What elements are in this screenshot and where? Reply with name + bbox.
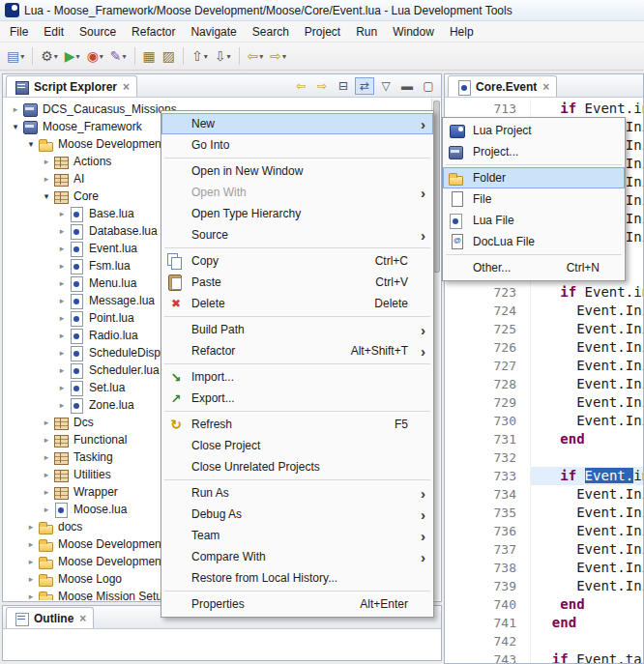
code-line-730[interactable]: 730 Event.IniGroupName = Event.IniDCSGro… (445, 412, 643, 430)
menu-item-export[interactable]: ↗Export... (161, 388, 433, 409)
menu-item-go-into[interactable]: Go Into (161, 134, 433, 156)
view-menu-button[interactable]: ▽ (376, 77, 395, 95)
tab-core-event[interactable]: Core.Event × (448, 75, 557, 97)
code-line-733[interactable]: 733 if Event.initiator then (445, 467, 643, 485)
code-line-713[interactable]: 713 if Event.initiator then (445, 100, 643, 118)
expand-arrow-icon[interactable]: ▸ (56, 244, 68, 253)
menu-file[interactable]: File (2, 22, 36, 42)
collapse-arrow-icon[interactable]: ▾ (25, 139, 37, 149)
expand-arrow-icon[interactable]: ▸ (56, 226, 68, 236)
link-with-editor-button[interactable]: ⇄ (355, 77, 374, 95)
expand-arrow-icon[interactable]: ▸ (41, 487, 52, 497)
back-button[interactable]: ⇦ (291, 77, 310, 95)
run-button[interactable]: ▶▾ (62, 44, 83, 68)
code-line-731[interactable]: 731 end (445, 430, 643, 448)
collapse-all-button[interactable]: ⊟ (334, 77, 353, 95)
expand-arrow-icon[interactable]: ▸ (56, 383, 68, 392)
menu-window[interactable]: Window (385, 22, 442, 42)
menu-item-close-unrelated-projects[interactable]: Close Unrelated Projects (161, 456, 433, 477)
expand-arrow-icon[interactable]: ▸ (41, 174, 52, 184)
menu-item-refresh[interactable]: ↻RefreshF5 (161, 414, 433, 435)
profile-button[interactable]: ◉▾ (84, 44, 106, 68)
back-button[interactable]: ⇦▾ (245, 44, 267, 68)
code-line-723[interactable]: 723 if Event.initiator then (445, 283, 643, 302)
expand-arrow-icon[interactable]: ▸ (56, 209, 68, 218)
menu-item-properties[interactable]: PropertiesAlt+Enter (161, 593, 433, 615)
code-line-732[interactable]: 732 (445, 448, 643, 467)
menu-item-other[interactable]: Other...Ctrl+N (443, 257, 625, 278)
tab-outline[interactable]: Outline × (6, 607, 94, 628)
menu-item-import[interactable]: ↘Import... (161, 366, 433, 388)
expand-arrow-icon[interactable]: ▸ (41, 157, 52, 166)
code-line-743[interactable]: 743 if Event.target then (445, 650, 643, 663)
code-line-734[interactable]: 734 Event.IniDCSUnit = Event.initiator (445, 485, 643, 504)
expand-arrow-icon[interactable]: ▸ (25, 539, 37, 549)
close-icon[interactable]: × (79, 612, 86, 625)
menu-item-source[interactable]: Source› (161, 224, 433, 245)
code-line-736[interactable]: 736 Event.IniUnitName = Event.IniDCSUnit… (445, 522, 643, 540)
expand-arrow-icon[interactable]: ▸ (41, 418, 52, 427)
scrollbar-thumb[interactable] (433, 101, 440, 273)
menu-item-open-type-hierarchy[interactable]: Open Type Hierarchy (161, 203, 433, 224)
code-line-737[interactable]: 737 Event.IniUnit = UNIT:FindByName( Eve… (445, 540, 643, 559)
expand-arrow-icon[interactable]: ▸ (56, 261, 68, 271)
code-line-741[interactable]: 741 end (445, 614, 643, 632)
expand-arrow-icon[interactable]: ▸ (56, 400, 68, 410)
menu-item-doclua-file[interactable]: DocLua File (443, 231, 625, 252)
expand-arrow-icon[interactable]: ▸ (41, 505, 52, 514)
open-task-button[interactable]: ✎▾ (107, 44, 130, 68)
code-line-724[interactable]: 724 Event.IniDCSUnit = Event.initiator (445, 302, 643, 320)
menu-item-new[interactable]: New› (161, 113, 433, 134)
code-line-742[interactable]: 742 (445, 632, 643, 650)
close-icon[interactable]: × (542, 80, 549, 94)
menu-edit[interactable]: Edit (36, 22, 72, 42)
menu-item-folder[interactable]: Folder (443, 167, 625, 188)
code-line-725[interactable]: 725 Event.IniDCSUnitName = Event.IniDCSU… (445, 320, 643, 338)
menu-item-lua-file[interactable]: Lua File (443, 210, 625, 231)
expand-arrow-icon[interactable]: ▸ (25, 574, 37, 584)
toggle-grid-button[interactable]: ▨ (160, 44, 178, 68)
collapse-arrow-icon[interactable]: ▾ (41, 191, 52, 201)
expand-arrow-icon[interactable]: ▸ (41, 470, 52, 479)
menu-item-delete[interactable]: ✖DeleteDelete (161, 293, 433, 314)
menu-item-paste[interactable]: PasteCtrl+V (161, 272, 433, 293)
menu-item-lua-project[interactable]: Lua Project (443, 120, 625, 141)
minimize-button[interactable]: ▬ (397, 77, 417, 95)
menu-item-open-in-new-window[interactable]: Open in New Window (161, 160, 433, 182)
maximize-button[interactable]: ▢ (419, 77, 438, 95)
menu-item-team[interactable]: Team› (161, 525, 433, 546)
expand-arrow-icon[interactable]: ▸ (56, 365, 68, 375)
code-line-728[interactable]: 728 Event.IniDCSGroup = Event.IniDCSUnit… (445, 375, 643, 393)
close-icon[interactable]: × (123, 80, 130, 94)
menu-run[interactable]: Run (348, 22, 385, 42)
code-line-738[interactable]: 738 Event.IniDCSGroup = Event.IniDCSUnit… (445, 559, 643, 577)
expand-arrow-icon[interactable]: ▸ (56, 278, 68, 288)
menu-help[interactable]: Help (442, 22, 482, 42)
menu-item-close-project[interactable]: Close Project (161, 435, 433, 456)
code-line-726[interactable]: 726 Event.IniUnitName = Event.IniDCSUnit… (445, 338, 643, 357)
expand-arrow-icon[interactable]: ▸ (56, 331, 68, 340)
menu-item-restore-from-local-history[interactable]: Restore from Local History... (161, 567, 433, 589)
code-line-729[interactable]: 729 Event.IniDCSGroupName = Event.IniDCS… (445, 393, 643, 412)
menu-item-build-path[interactable]: Build Path› (161, 319, 433, 340)
menu-item-open-with[interactable]: Open With› (161, 182, 433, 203)
expand-arrow-icon[interactable]: ▸ (41, 435, 52, 445)
expand-arrow-icon[interactable]: ▸ (56, 348, 68, 358)
tab-script-explorer[interactable]: Script Explorer × (6, 75, 137, 97)
collapse-arrow-icon[interactable]: ▾ (10, 122, 21, 131)
menu-item-file[interactable]: File (443, 188, 625, 210)
expand-arrow-icon[interactable]: ▸ (25, 557, 37, 566)
menu-project[interactable]: Project (297, 22, 348, 42)
code-line-740[interactable]: 740 end (445, 595, 643, 614)
forward-button[interactable]: ⇨▾ (267, 44, 289, 68)
menu-search[interactable]: Search (245, 22, 297, 42)
expand-arrow-icon[interactable]: ▸ (25, 522, 37, 532)
menu-item-debug-as[interactable]: Debug As› (161, 504, 433, 525)
new-table-button[interactable]: ▦ (140, 44, 159, 68)
expand-arrow-icon[interactable]: ▸ (25, 592, 37, 600)
menu-item-compare-with[interactable]: Compare With› (161, 546, 433, 567)
expand-arrow-icon[interactable]: ▸ (56, 296, 68, 305)
next-annotation-button[interactable]: ⇩▾ (212, 44, 234, 68)
new-wizard-button[interactable]: ▤▾ (4, 44, 27, 68)
expand-arrow-icon[interactable]: ▸ (56, 313, 68, 323)
